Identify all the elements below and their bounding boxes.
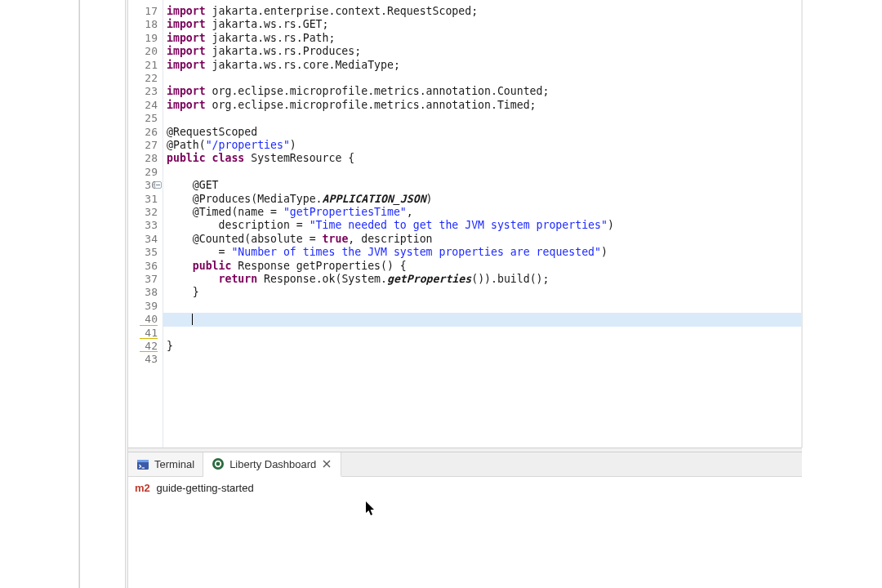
- tab-label: Terminal: [154, 458, 194, 470]
- code-line[interactable]: @RequestScoped: [163, 126, 801, 139]
- overview-ruler[interactable]: [801, 0, 803, 448]
- warning-underline: [140, 351, 158, 352]
- line-number: 18: [128, 18, 163, 31]
- text-caret: [192, 314, 193, 325]
- line-number: 26: [128, 126, 163, 139]
- code-line[interactable]: = "Number of times the JVM system proper…: [163, 246, 801, 259]
- code-line[interactable]: @Produces(MediaType.APPLICATION_JSON): [163, 193, 801, 206]
- svg-point-4: [216, 462, 220, 466]
- line-number: 25: [128, 112, 163, 125]
- line-number: 32: [128, 206, 163, 219]
- line-number: 27: [128, 139, 163, 152]
- warning-underline: [140, 338, 158, 339]
- code-line[interactable]: [163, 112, 801, 125]
- line-number: 19: [128, 32, 163, 45]
- code-line[interactable]: import jakarta.ws.rs.Path;: [163, 32, 801, 45]
- tab-label: Liberty Dashboard: [229, 458, 316, 470]
- code-line[interactable]: [163, 72, 801, 85]
- code-line[interactable]: import jakarta.ws.rs.GET;: [163, 18, 801, 31]
- line-number: 37: [128, 273, 163, 286]
- view-divider-left[interactable]: [78, 0, 80, 588]
- code-line[interactable]: return Response.ok(System.getProperties(…: [163, 273, 801, 286]
- warning-underline: [140, 325, 158, 326]
- fold-toggle-icon[interactable]: [154, 181, 162, 189]
- line-number: 20: [128, 45, 163, 58]
- code-editor[interactable]: 1718192021222324252627282930313233343536…: [128, 0, 801, 448]
- code-line[interactable]: [163, 300, 801, 313]
- line-number: 39: [128, 300, 163, 313]
- liberty-dashboard-body[interactable]: m2 guide-getting-started: [128, 477, 802, 499]
- code-line[interactable]: }: [163, 340, 801, 353]
- line-number: 29: [128, 166, 163, 179]
- tab-terminal[interactable]: Terminal: [128, 452, 203, 476]
- line-number: 38: [128, 286, 163, 299]
- close-icon[interactable]: [321, 458, 332, 470]
- maven-badge: m2: [135, 482, 150, 494]
- code-line[interactable]: [163, 327, 801, 340]
- code-line[interactable]: @GET: [163, 179, 801, 192]
- code-line[interactable]: @Path("/properties"): [163, 139, 801, 152]
- code-line[interactable]: import jakarta.ws.rs.Produces;: [163, 45, 801, 58]
- line-number: 43: [128, 353, 163, 366]
- line-number: 36: [128, 260, 163, 273]
- code-line[interactable]: [163, 353, 801, 366]
- project-name[interactable]: guide-getting-started: [156, 482, 253, 494]
- code-body[interactable]: import jakarta.enterprise.context.Reques…: [163, 0, 801, 448]
- tab-liberty[interactable]: Liberty Dashboard: [203, 452, 341, 477]
- code-line[interactable]: @Counted(absolute = true, description: [163, 233, 801, 246]
- code-line[interactable]: }: [163, 286, 801, 299]
- code-line[interactable]: [163, 313, 801, 326]
- svg-rect-1: [137, 460, 149, 462]
- terminal-icon: [136, 458, 149, 471]
- code-line[interactable]: import org.eclipse.microprofile.metrics.…: [163, 85, 801, 98]
- line-number: 24: [128, 99, 163, 112]
- code-line[interactable]: [163, 166, 801, 179]
- line-number: 22: [128, 72, 163, 85]
- panel-tabs: TerminalLiberty Dashboard: [128, 452, 802, 477]
- code-line[interactable]: import jakarta.enterprise.context.Reques…: [163, 5, 801, 18]
- line-number: 23: [128, 85, 163, 98]
- line-number: 21: [128, 59, 163, 72]
- code-line[interactable]: import jakarta.ws.rs.core.MediaType;: [163, 59, 801, 72]
- line-number-gutter: 1718192021222324252627282930313233343536…: [128, 0, 163, 448]
- line-number: 17: [128, 5, 163, 18]
- line-number: 34: [128, 233, 163, 246]
- code-line[interactable]: public Response getProperties() {: [163, 260, 801, 273]
- bottom-panel: TerminalLiberty Dashboard m2 guide-getti…: [128, 452, 802, 588]
- code-line[interactable]: description = "Time needed to get the JV…: [163, 219, 801, 232]
- code-line[interactable]: import org.eclipse.microprofile.metrics.…: [163, 99, 801, 112]
- liberty-icon: [212, 457, 225, 470]
- line-number: 31: [128, 193, 163, 206]
- code-line[interactable]: public class SystemResource {: [163, 152, 801, 165]
- code-line[interactable]: @Timed(name = "getPropertiesTime",: [163, 206, 801, 219]
- line-number: 28: [128, 152, 163, 165]
- line-number: 33: [128, 219, 163, 232]
- line-number: 35: [128, 246, 163, 259]
